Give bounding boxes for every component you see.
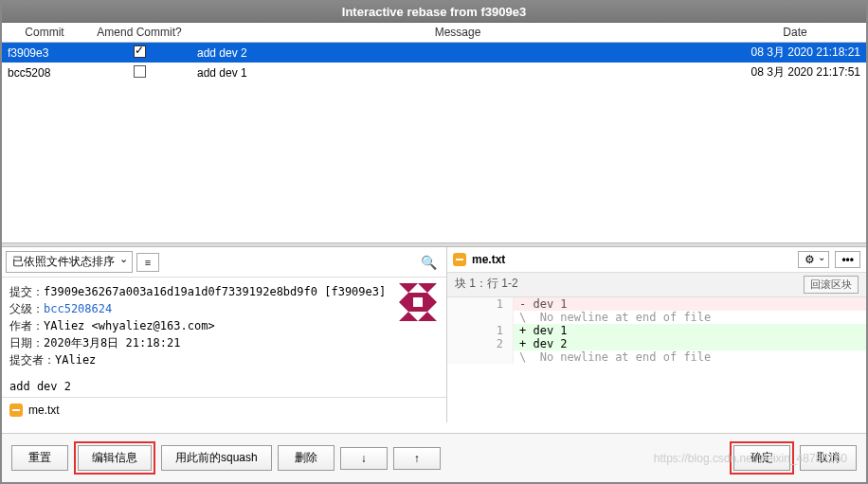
hunk-header: 块 1：行 1-2	[455, 276, 518, 294]
edit-message-button[interactable]: 编辑信息	[78, 445, 152, 471]
diff-line: 1- dev 1	[447, 297, 866, 311]
diff-view: 1- dev 1\ No newline at end of file1+ de…	[447, 297, 866, 422]
commit-table: Commit Amend Commit? Message Date f3909e…	[2, 23, 866, 82]
col-date[interactable]: Date	[724, 23, 866, 43]
cell-amend[interactable]	[87, 43, 191, 63]
titlebar: Interactive rebase from f3909e3	[2, 2, 866, 23]
cancel-button[interactable]: 取消	[800, 445, 857, 471]
diff-settings-button[interactable]: ⚙	[798, 251, 829, 268]
cell-date: 08 3月 2020 21:18:21	[724, 43, 866, 63]
table-row[interactable]: f3909e3add dev 208 3月 2020 21:18:21	[2, 43, 866, 63]
amend-checkbox[interactable]	[134, 45, 146, 58]
file-name: me.txt	[28, 403, 60, 417]
ok-button[interactable]: 确定	[733, 445, 790, 471]
col-commit[interactable]: Commit	[2, 23, 87, 43]
highlight-edit: 编辑信息	[74, 441, 155, 475]
col-amend[interactable]: Amend Commit?	[87, 23, 191, 43]
table-row[interactable]: bcc5208add dev 108 3月 2020 21:17:51	[2, 63, 866, 82]
avatar	[399, 283, 437, 321]
author-value: YAliez <whyaliez@163.com>	[44, 319, 215, 332]
highlight-ok: 确定	[730, 441, 794, 475]
diff-filename: me.txt	[472, 253, 505, 266]
amend-checkbox[interactable]	[134, 65, 146, 78]
squash-button[interactable]: 用此前的squash	[161, 445, 272, 471]
file-item[interactable]: me.txt	[9, 402, 439, 419]
col-message[interactable]: Message	[191, 23, 724, 43]
commit-table-pane: Commit Amend Commit? Message Date f3909e…	[2, 23, 866, 242]
diff-more-button[interactable]: •••	[835, 251, 860, 268]
modified-icon	[9, 403, 23, 417]
commit-label: 提交：	[9, 285, 44, 298]
reset-button[interactable]: 重置	[11, 445, 68, 471]
commit-message: add dev 2	[9, 378, 439, 395]
commit-details: 提交：f3909e36267a003a16d19a1d0f7339192e8bd…	[2, 278, 446, 397]
modified-icon	[453, 253, 466, 266]
committer-value: YAliez	[55, 353, 96, 367]
cell-date: 08 3月 2020 21:17:51	[724, 63, 866, 82]
revert-hunk-button[interactable]: 回滚区块	[804, 276, 859, 294]
cell-amend[interactable]	[87, 63, 191, 82]
date-value: 2020年3月8日 21:18:21	[44, 336, 180, 350]
sort-dropdown[interactable]: 已依照文件状态排序	[6, 251, 133, 273]
footer: 重置 编辑信息 用此前的squash 删除 ↓ ↑ 确定 取消	[2, 433, 866, 482]
move-up-button[interactable]: ↑	[393, 447, 441, 470]
cell-message: add dev 2	[191, 43, 724, 63]
parent-label: 父级：	[9, 302, 44, 315]
committer-label: 提交者：	[9, 353, 55, 367]
move-down-button[interactable]: ↓	[340, 447, 388, 470]
date-label: 日期：	[9, 336, 44, 350]
parent-link[interactable]: bcc5208624	[44, 302, 112, 315]
author-label: 作者：	[9, 319, 44, 332]
cell-commit: f3909e3	[2, 43, 87, 63]
view-mode-button[interactable]: ≡	[136, 253, 159, 272]
diff-line: \ No newline at end of file	[447, 311, 866, 324]
diff-line: 2+ dev 2	[447, 337, 866, 350]
diff-line: \ No newline at end of file	[447, 350, 866, 364]
diff-line: 1+ dev 1	[447, 324, 866, 337]
search-icon[interactable]: 🔍	[421, 255, 443, 270]
cell-message: add dev 1	[191, 63, 724, 82]
cell-commit: bcc5208	[2, 63, 87, 82]
file-list: me.txt	[2, 397, 446, 422]
delete-button[interactable]: 删除	[278, 445, 335, 471]
commit-hash: f3909e36267a003a16d19a1d0f7339192e8bd9f0…	[44, 285, 386, 298]
